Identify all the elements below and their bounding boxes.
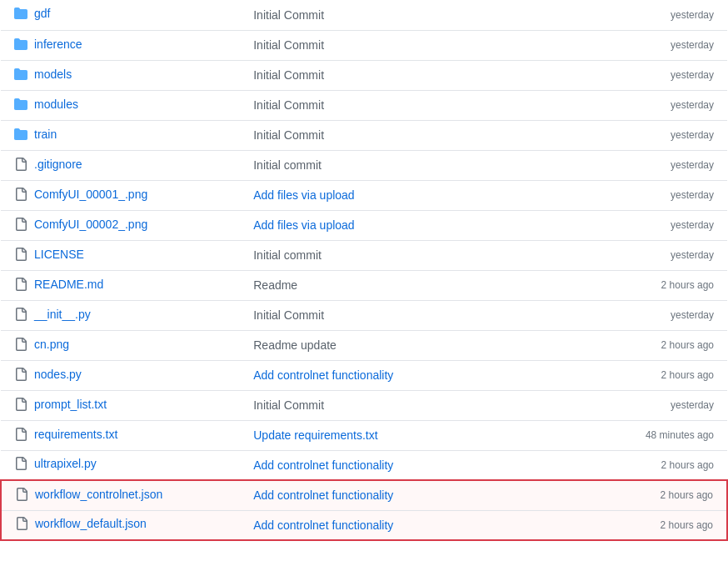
table-row[interactable]: __init__.py Initial Commit yesterday bbox=[1, 300, 727, 330]
table-row[interactable]: ComfyUI_00001_.png Add files via upload … bbox=[1, 180, 727, 210]
table-row[interactable]: requirements.txt Update requirements.txt… bbox=[1, 420, 727, 450]
file-icon-wrapper: models bbox=[14, 68, 72, 81]
file-link[interactable]: modules bbox=[34, 98, 78, 111]
time-cell: yesterday bbox=[599, 300, 727, 330]
commit-message: Initial Commit bbox=[253, 8, 324, 22]
commit-message-cell: Add files via upload bbox=[240, 210, 599, 240]
file-icon-wrapper: __init__.py bbox=[14, 308, 91, 321]
commit-message-link[interactable]: Update requirements.txt bbox=[253, 428, 377, 442]
file-icon-wrapper: requirements.txt bbox=[14, 428, 117, 441]
commit-message-link[interactable]: Add controlnet functionality bbox=[253, 518, 393, 532]
folder-icon bbox=[14, 68, 27, 81]
file-link[interactable]: prompt_list.txt bbox=[34, 398, 107, 411]
folder-icon bbox=[14, 128, 27, 141]
file-icon-wrapper: gdf bbox=[14, 7, 50, 20]
table-row[interactable]: .gitignore Initial commit yesterday bbox=[1, 150, 727, 180]
table-row[interactable]: modules Initial Commit yesterday bbox=[1, 90, 727, 120]
file-link[interactable]: requirements.txt bbox=[34, 428, 117, 441]
file-icon bbox=[14, 158, 27, 171]
file-name-cell: cn.png bbox=[1, 330, 240, 360]
file-name-cell: workflow_default.json bbox=[1, 510, 240, 540]
file-icon-wrapper: workflow_controlnet.json bbox=[15, 488, 162, 501]
time-cell: yesterday bbox=[599, 90, 727, 120]
table-row[interactable]: README.md Readme 2 hours ago bbox=[1, 270, 727, 300]
file-link[interactable]: ComfyUI_00002_.png bbox=[34, 218, 147, 231]
table-row[interactable]: prompt_list.txt Initial Commit yesterday bbox=[1, 390, 727, 420]
file-link[interactable]: nodes.py bbox=[34, 368, 82, 381]
file-link[interactable]: ultrapixel.py bbox=[34, 457, 97, 470]
file-icon bbox=[14, 398, 27, 411]
file-name-cell: modules bbox=[1, 90, 240, 120]
file-link[interactable]: ComfyUI_00001_.png bbox=[34, 188, 147, 201]
time-cell: 48 minutes ago bbox=[599, 420, 727, 450]
file-icon-wrapper: LICENSE bbox=[14, 248, 84, 261]
file-table: gdf Initial Commit yesterday inference I… bbox=[0, 0, 728, 541]
file-icon bbox=[14, 218, 27, 231]
commit-message-cell: Initial commit bbox=[240, 240, 599, 270]
file-name-cell: README.md bbox=[1, 270, 240, 300]
file-icon-wrapper: modules bbox=[14, 98, 78, 111]
commit-message-cell: Readme bbox=[240, 270, 599, 300]
file-link[interactable]: .gitignore bbox=[34, 158, 82, 171]
commit-message-cell: Initial Commit bbox=[240, 0, 599, 30]
file-icon bbox=[14, 457, 27, 470]
table-row[interactable]: ComfyUI_00002_.png Add files via upload … bbox=[1, 210, 727, 240]
commit-message-cell: Add controlnet functionality bbox=[240, 480, 599, 510]
table-row[interactable]: cn.png Readme update 2 hours ago bbox=[1, 330, 727, 360]
file-name-cell: gdf bbox=[1, 0, 240, 30]
file-link[interactable]: gdf bbox=[34, 7, 50, 20]
file-icon-wrapper: workflow_default.json bbox=[15, 517, 147, 530]
commit-message-cell: Initial Commit bbox=[240, 90, 599, 120]
file-name-cell: inference bbox=[1, 30, 240, 60]
file-icon bbox=[14, 428, 27, 441]
table-row[interactable]: LICENSE Initial commit yesterday bbox=[1, 240, 727, 270]
commit-message-link[interactable]: Add controlnet functionality bbox=[253, 368, 393, 382]
file-name-cell: models bbox=[1, 60, 240, 90]
commit-message-cell: Initial Commit bbox=[240, 60, 599, 90]
table-row[interactable]: workflow_default.json Add controlnet fun… bbox=[1, 510, 727, 540]
file-icon bbox=[14, 188, 27, 201]
file-link[interactable]: inference bbox=[34, 38, 82, 51]
commit-message-cell: Initial Commit bbox=[240, 390, 599, 420]
time-cell: yesterday bbox=[599, 180, 727, 210]
time-cell: yesterday bbox=[599, 210, 727, 240]
file-link[interactable]: workflow_default.json bbox=[35, 517, 147, 530]
commit-message-cell: Initial Commit bbox=[240, 120, 599, 150]
file-link[interactable]: models bbox=[34, 68, 72, 81]
commit-message: Initial Commit bbox=[253, 98, 324, 112]
file-name-cell: ComfyUI_00002_.png bbox=[1, 210, 240, 240]
commit-message-link[interactable]: Add controlnet functionality bbox=[253, 458, 393, 472]
table-row[interactable]: ultrapixel.py Add controlnet functionali… bbox=[1, 450, 727, 480]
commit-message: Initial Commit bbox=[253, 398, 324, 412]
commit-message: Initial commit bbox=[253, 158, 322, 172]
table-row[interactable]: train Initial Commit yesterday bbox=[1, 120, 727, 150]
time-cell: 2 hours ago bbox=[599, 270, 727, 300]
table-row[interactable]: workflow_controlnet.json Add controlnet … bbox=[1, 480, 727, 510]
commit-message-link[interactable]: Add files via upload bbox=[253, 188, 354, 202]
file-name-cell: ComfyUI_00001_.png bbox=[1, 180, 240, 210]
commit-message-link[interactable]: Add files via upload bbox=[253, 218, 354, 232]
file-icon bbox=[14, 278, 27, 291]
time-cell: yesterday bbox=[599, 240, 727, 270]
file-icon-wrapper: .gitignore bbox=[14, 158, 82, 171]
table-row[interactable]: nodes.py Add controlnet functionality 2 … bbox=[1, 360, 727, 390]
file-name-cell: workflow_controlnet.json bbox=[1, 480, 240, 510]
table-row[interactable]: gdf Initial Commit yesterday bbox=[1, 0, 727, 30]
file-link[interactable]: README.md bbox=[34, 278, 103, 291]
file-icon-wrapper: train bbox=[14, 128, 57, 141]
commit-message: Readme update bbox=[253, 338, 337, 352]
commit-message: Readme bbox=[253, 278, 297, 292]
file-link[interactable]: train bbox=[34, 128, 57, 141]
time-cell: yesterday bbox=[599, 60, 727, 90]
commit-message-link[interactable]: Add controlnet functionality bbox=[253, 488, 393, 502]
time-cell: 2 hours ago bbox=[599, 330, 727, 360]
file-link[interactable]: cn.png bbox=[34, 338, 69, 351]
file-icon bbox=[14, 248, 27, 261]
commit-message-cell: Add files via upload bbox=[240, 180, 599, 210]
table-row[interactable]: inference Initial Commit yesterday bbox=[1, 30, 727, 60]
table-row[interactable]: models Initial Commit yesterday bbox=[1, 60, 727, 90]
file-link[interactable]: __init__.py bbox=[34, 308, 91, 321]
file-link[interactable]: LICENSE bbox=[34, 248, 84, 261]
file-link[interactable]: workflow_controlnet.json bbox=[35, 488, 162, 501]
file-name-cell: .gitignore bbox=[1, 150, 240, 180]
